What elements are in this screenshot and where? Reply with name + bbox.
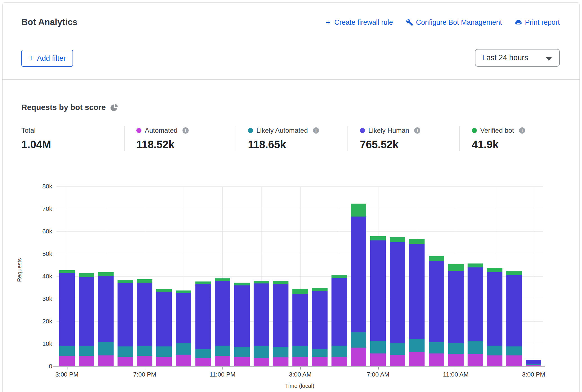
info-icon[interactable]: i — [519, 127, 525, 134]
bar-segment-automated — [254, 358, 269, 366]
bar-segment-verified-bot — [215, 278, 230, 281]
horizontal-gridline — [57, 231, 543, 232]
stat-label: Total — [21, 127, 36, 134]
bar-segment-likely-automated — [370, 341, 386, 354]
bar-segment-likely-human — [254, 283, 269, 346]
bar-segment-likely-automated — [487, 346, 502, 355]
action-link-create-firewall-rule[interactable]: Create firewall rule — [325, 18, 393, 26]
stat-verified-bot: Verified boti41.9k — [459, 126, 566, 151]
bar-segment-likely-automated — [215, 346, 230, 356]
x-axis-tick-label: 7:00 AM — [356, 371, 401, 378]
bar-segment-likely-automated — [254, 346, 269, 358]
stat-likely-human: Likely Humani765.52k — [348, 126, 459, 151]
bar-segment-verified-bot — [429, 256, 444, 261]
horizontal-gridline — [57, 276, 543, 277]
bar-segment-verified-bot — [254, 281, 269, 283]
pie-chart-icon — [110, 103, 118, 111]
vertical-gridline — [456, 186, 456, 366]
bar-segment-likely-human — [370, 240, 386, 341]
bar-segment-automated — [312, 357, 328, 366]
y-axis-tick-label: 80k — [30, 183, 52, 190]
bar-segment-likely-human — [273, 284, 288, 347]
bar-segment-automated — [487, 355, 502, 366]
bar-segment-automated — [273, 357, 288, 366]
bar-segment-verified-bot — [59, 270, 75, 273]
bar-segment-likely-human — [468, 267, 483, 341]
bar-segment-verified-bot — [370, 236, 386, 240]
bar-segment-verified-bot — [468, 263, 483, 267]
x-axis-tick — [378, 367, 379, 370]
bar-segment-likely-human — [292, 294, 308, 346]
bar-segment-likely-human — [137, 283, 152, 346]
vertical-gridline — [378, 186, 378, 366]
bar-segment-likely-human — [526, 360, 541, 364]
action-link-configure-bot-management[interactable]: Configure Bot Management — [406, 18, 502, 26]
bar-segment-automated — [79, 356, 94, 366]
bar-segment-likely-automated — [59, 346, 75, 356]
y-axis-tick-label: 20k — [30, 318, 52, 325]
bar-segment-verified-bot — [98, 272, 114, 276]
stacked-bar-7-00-pm — [137, 279, 152, 366]
vertical-gridline — [184, 186, 184, 366]
info-icon[interactable]: i — [313, 127, 319, 134]
info-icon[interactable]: i — [414, 127, 420, 134]
stacked-bar-4-00-pm — [79, 273, 94, 366]
vertical-gridline — [339, 186, 339, 366]
x-axis-tick — [222, 367, 223, 370]
vertical-gridline — [300, 186, 301, 366]
bar-segment-automated — [137, 356, 152, 366]
bar-segment-likely-human — [487, 272, 502, 346]
time-range-dropdown[interactable]: Last 24 hours — [475, 49, 560, 67]
bar-segment-automated — [429, 353, 444, 366]
action-link-print-report[interactable]: Print report — [515, 18, 560, 26]
info-icon[interactable]: i — [182, 127, 189, 134]
x-axis-tick-label: 11:00 PM — [200, 371, 245, 378]
bar-segment-likely-automated — [292, 346, 308, 357]
vertical-gridline — [145, 186, 145, 366]
bar-segment-likely-human — [390, 242, 405, 343]
stat-automated: Automatedi118.52k — [124, 126, 236, 151]
bar-segment-automated — [390, 355, 405, 366]
bar-segment-verified-bot — [331, 275, 347, 278]
bar-segment-likely-automated — [156, 346, 172, 357]
bar-segment-likely-human — [195, 284, 211, 349]
stacked-bar-11-00-am — [448, 264, 464, 366]
stacked-bar-10-00-pm — [195, 281, 211, 366]
stacked-bar-9-00-am — [409, 239, 425, 366]
stat-value: 118.52k — [136, 139, 236, 151]
bar-segment-likely-human — [176, 293, 191, 343]
stacked-bar-7-00-am — [370, 236, 386, 366]
y-axis-tick-label: 60k — [30, 228, 52, 235]
action-label: Create firewall rule — [334, 18, 393, 26]
bar-segment-likely-automated — [526, 364, 541, 365]
bar-segment-verified-bot — [526, 360, 541, 360]
bar-segment-likely-human — [351, 217, 366, 332]
bar-segment-automated — [215, 356, 230, 366]
stat-label: Likely Automated — [256, 127, 308, 134]
chevron-down-icon — [546, 57, 552, 61]
bar-segment-verified-bot — [351, 204, 366, 217]
bar-segment-likely-automated — [137, 346, 152, 356]
printer-icon — [515, 19, 522, 26]
add-filter-button[interactable]: + Add filter — [21, 50, 73, 67]
bar-segment-automated — [409, 352, 425, 366]
bar-segment-likely-human — [409, 244, 425, 339]
x-axis-line — [53, 366, 545, 367]
y-axis-tick-label: 40k — [30, 273, 52, 280]
bar-segment-verified-bot — [409, 239, 425, 244]
bar-segment-likely-automated — [331, 346, 347, 357]
stacked-bar-3-00-pm — [526, 360, 541, 366]
bar-segment-automated — [526, 365, 541, 366]
bar-segment-verified-bot — [156, 289, 172, 292]
y-axis-tick-label: 70k — [30, 205, 52, 213]
bar-segment-likely-human — [234, 285, 250, 347]
bar-segment-likely-automated — [98, 342, 114, 355]
bar-segment-verified-bot — [448, 264, 464, 271]
y-axis-tick-label: 10k — [30, 340, 52, 348]
horizontal-gridline — [57, 344, 543, 344]
stacked-bar-10-00-am — [429, 256, 444, 366]
bar-segment-automated — [351, 348, 366, 366]
bar-segment-automated — [448, 354, 464, 366]
bar-segment-automated — [195, 358, 211, 366]
bar-segment-likely-human — [312, 291, 328, 349]
